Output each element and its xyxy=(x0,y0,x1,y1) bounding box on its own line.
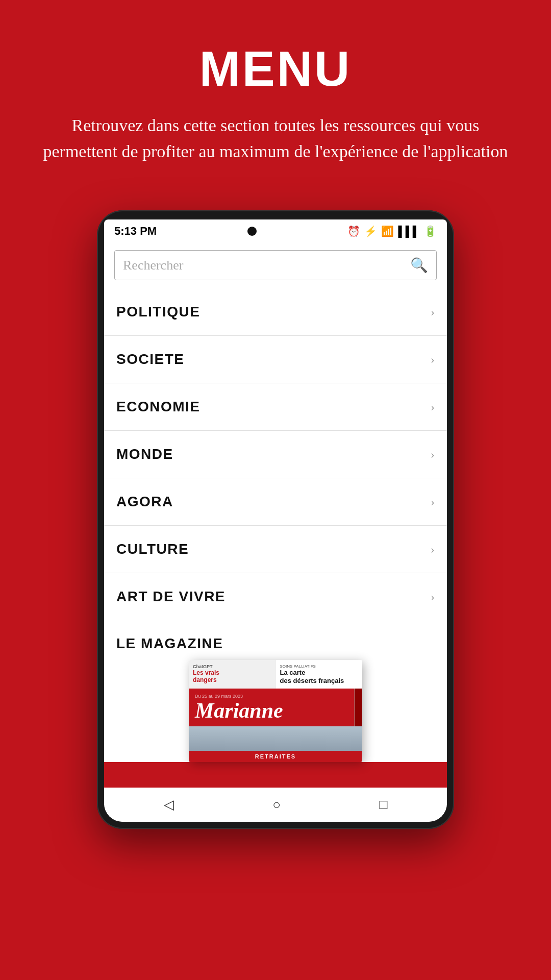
recents-button[interactable]: □ xyxy=(380,797,388,813)
page-subtitle: Retrouvez dans cette section toutes les … xyxy=(41,112,510,164)
search-input[interactable]: Rechercher xyxy=(123,258,410,273)
menu-item-label: POLITIQUE xyxy=(116,304,200,320)
cover-danger-label: Les vraisdangers xyxy=(193,669,271,684)
battery-icon: 🔋 xyxy=(424,225,437,237)
phone-mockup: 5:13 PM ⏰ ⚡ 📶 ▌▌▌ 🔋 Rechercher 🔍 xyxy=(97,210,454,829)
phone-frame: 5:13 PM ⏰ ⚡ 📶 ▌▌▌ 🔋 Rechercher 🔍 xyxy=(97,210,454,829)
menu-list: POLITIQUE › SOCIETE › ECONOMIE › MONDE ›… xyxy=(104,288,447,620)
cover-retraites-banner: RETRAITES xyxy=(189,751,362,762)
menu-item-art-de-vivre[interactable]: ART DE VIVRE › xyxy=(104,573,447,620)
magazine-cover-container[interactable]: ChatGPT Les vraisdangers SOINS PALLIATIF… xyxy=(104,660,447,762)
cover-logo-band: Du 25 au 29 mars 2023 Marianne xyxy=(189,689,362,726)
menu-item-label: MONDE xyxy=(116,446,173,462)
camera-notch xyxy=(247,227,257,236)
cover-soins-section: SOINS PALLIATIFS La cartedes déserts fra… xyxy=(276,660,363,689)
magazine-section: LE MAGAZINE ChatGPT Les vraisdangers SOI… xyxy=(104,620,447,788)
chevron-right-icon: › xyxy=(431,543,435,556)
cover-image-area: RETRAITES xyxy=(189,726,362,762)
page-header: MENU Retrouvez dans cette section toutes… xyxy=(0,0,551,180)
marianne-logo: Marianne xyxy=(195,700,356,721)
chevron-right-icon: › xyxy=(431,448,435,461)
menu-item-politique[interactable]: POLITIQUE › xyxy=(104,288,447,336)
chevron-right-icon: › xyxy=(431,495,435,509)
barcode-strip xyxy=(354,689,362,726)
cover-chatgpt-label: ChatGPT xyxy=(193,664,271,669)
menu-item-culture[interactable]: CULTURE › xyxy=(104,526,447,573)
status-icons: ⏰ ⚡ 📶 ▌▌▌ 🔋 xyxy=(347,225,437,237)
cover-soins-label: SOINS PALLIATIFS xyxy=(280,664,359,669)
cover-chatgpt-section: ChatGPT Les vraisdangers xyxy=(189,660,276,689)
menu-item-label: CULTURE xyxy=(116,541,189,557)
chevron-right-icon: › xyxy=(431,590,435,604)
search-icon: 🔍 xyxy=(410,257,428,274)
status-bar: 5:13 PM ⏰ ⚡ 📶 ▌▌▌ 🔋 xyxy=(104,219,447,242)
red-bottom-band xyxy=(104,762,447,788)
menu-item-monde[interactable]: MONDE › xyxy=(104,431,447,478)
page-title: MENU xyxy=(41,41,510,97)
back-button[interactable]: ◁ xyxy=(164,797,174,813)
phone-screen: Rechercher 🔍 POLITIQUE › SOCIETE › ECONO… xyxy=(104,242,447,822)
chevron-right-icon: › xyxy=(431,305,435,319)
magazine-section-label: LE MAGAZINE xyxy=(104,620,447,660)
wifi-icon: 📶 xyxy=(381,225,394,237)
alarm-icon: ⏰ xyxy=(347,225,360,237)
menu-item-societe[interactable]: SOCIETE › xyxy=(104,336,447,383)
menu-item-label: ECONOMIE xyxy=(116,399,200,415)
menu-item-economie[interactable]: ECONOMIE › xyxy=(104,383,447,431)
status-time: 5:13 PM xyxy=(114,225,157,238)
chevron-right-icon: › xyxy=(431,353,435,366)
cover-bottom: RETRAITES xyxy=(189,726,362,762)
chevron-right-icon: › xyxy=(431,400,435,414)
menu-item-agora[interactable]: AGORA › xyxy=(104,478,447,526)
signal-icon: ▌▌▌ xyxy=(398,226,420,237)
cover-top-strip: ChatGPT Les vraisdangers SOINS PALLIATIF… xyxy=(189,660,362,689)
magazine-cover: ChatGPT Les vraisdangers SOINS PALLIATIF… xyxy=(189,660,362,762)
menu-item-label: AGORA xyxy=(116,494,173,510)
cover-carte-label: La cartedes déserts français xyxy=(280,669,359,684)
search-bar[interactable]: Rechercher 🔍 xyxy=(114,250,437,280)
home-button[interactable]: ○ xyxy=(272,797,281,813)
cover-date-small: Du 25 au 29 mars 2023 xyxy=(195,694,356,699)
navigation-bar: ◁ ○ □ xyxy=(104,788,447,822)
search-bar-container: Rechercher 🔍 xyxy=(104,242,447,288)
menu-item-label: SOCIETE xyxy=(116,351,184,368)
menu-item-label: ART DE VIVRE xyxy=(116,589,226,605)
bluetooth-icon: ⚡ xyxy=(364,225,377,237)
